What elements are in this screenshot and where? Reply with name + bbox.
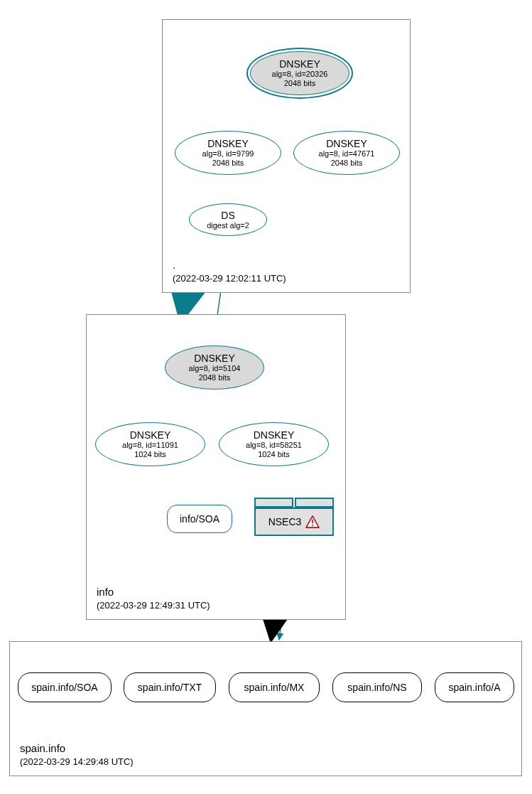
node-info-soa-title: info/SOA	[180, 513, 219, 525]
zone-info-name: info	[97, 585, 210, 599]
node-spain-txt: spain.info/TXT	[124, 672, 216, 702]
node-dnskey-5104-title: DNSKEY	[194, 353, 235, 364]
node-ds-alg: digest alg=2	[207, 221, 249, 230]
warning-icon	[305, 515, 320, 528]
node-dnskey-47671-alg: alg=8, id=47671	[319, 149, 375, 159]
node-spain-txt-title: spain.info/TXT	[138, 682, 202, 693]
node-dnskey-11091-alg: alg=8, id=11091	[122, 441, 178, 450]
node-spain-a: spain.info/A	[435, 672, 514, 702]
node-spain-a-title: spain.info/A	[448, 682, 500, 693]
node-dnskey-11091-bits: 1024 bits	[134, 450, 166, 459]
node-dnskey-9799: DNSKEY alg=8, id=9799 2048 bits	[175, 131, 281, 175]
node-spain-soa: spain.info/SOA	[18, 672, 112, 702]
nsec3-tab-left	[254, 498, 293, 508]
nsec3-tab-right	[295, 498, 334, 508]
diagram-canvas: . (2022-03-29 12:02:11 UTC) DNSKEY alg=8…	[0, 0, 532, 794]
zone-root-name: .	[173, 258, 286, 272]
node-dnskey-20326-bits: 2048 bits	[284, 79, 316, 88]
node-spain-mx: spain.info/MX	[229, 672, 320, 702]
zone-root-timestamp: (2022-03-29 12:02:11 UTC)	[173, 272, 286, 285]
zone-spain-timestamp: (2022-03-29 14:29:48 UTC)	[20, 756, 134, 768]
zone-spain: spain.info (2022-03-29 14:29:48 UTC)	[9, 641, 522, 776]
node-dnskey-5104: DNSKEY alg=8, id=5104 2048 bits	[165, 345, 264, 390]
node-nsec3: NSEC3	[254, 498, 334, 536]
node-dnskey-58251: DNSKEY alg=8, id=58251 1024 bits	[219, 422, 329, 466]
node-dnskey-47671-title: DNSKEY	[326, 138, 367, 149]
node-dnskey-9799-bits: 2048 bits	[212, 159, 244, 168]
node-dnskey-9799-title: DNSKEY	[207, 138, 249, 149]
nsec3-main: NSEC3	[254, 508, 334, 536]
node-dnskey-58251-bits: 1024 bits	[258, 450, 290, 459]
node-dnskey-11091: DNSKEY alg=8, id=11091 1024 bits	[95, 422, 205, 466]
node-dnskey-58251-title: DNSKEY	[254, 429, 295, 441]
zone-info-timestamp: (2022-03-29 12:49:31 UTC)	[97, 599, 210, 612]
node-dnskey-9799-alg: alg=8, id=9799	[202, 149, 254, 159]
zone-spain-label: spain.info (2022-03-29 14:29:48 UTC)	[20, 741, 134, 768]
node-dnskey-47671: DNSKEY alg=8, id=47671 2048 bits	[293, 131, 400, 175]
zone-info-label: info (2022-03-29 12:49:31 UTC)	[97, 585, 210, 612]
node-spain-mx-title: spain.info/MX	[244, 682, 305, 693]
svg-rect-0	[313, 520, 314, 524]
nsec3-label: NSEC3	[268, 516, 302, 527]
node-spain-ns-title: spain.info/NS	[347, 682, 406, 693]
node-dnskey-5104-alg: alg=8, id=5104	[189, 364, 241, 373]
node-dnskey-58251-alg: alg=8, id=58251	[246, 441, 302, 450]
node-dnskey-5104-bits: 2048 bits	[199, 373, 231, 382]
node-dnskey-20326-title: DNSKEY	[279, 58, 320, 70]
node-spain-soa-title: spain.info/SOA	[31, 682, 97, 693]
node-dnskey-47671-bits: 2048 bits	[331, 159, 363, 168]
node-ds: DS digest alg=2	[189, 203, 267, 236]
node-ds-title: DS	[221, 210, 234, 221]
node-dnskey-11091-title: DNSKEY	[130, 429, 171, 441]
node-info-soa: info/SOA	[167, 505, 232, 533]
svg-rect-1	[313, 525, 314, 526]
node-dnskey-20326-alg: alg=8, id=20326	[272, 70, 328, 79]
zone-root-label: . (2022-03-29 12:02:11 UTC)	[173, 258, 286, 285]
node-spain-ns: spain.info/NS	[332, 672, 422, 702]
node-dnskey-20326: DNSKEY alg=8, id=20326 2048 bits	[250, 51, 349, 95]
zone-spain-name: spain.info	[20, 741, 134, 756]
